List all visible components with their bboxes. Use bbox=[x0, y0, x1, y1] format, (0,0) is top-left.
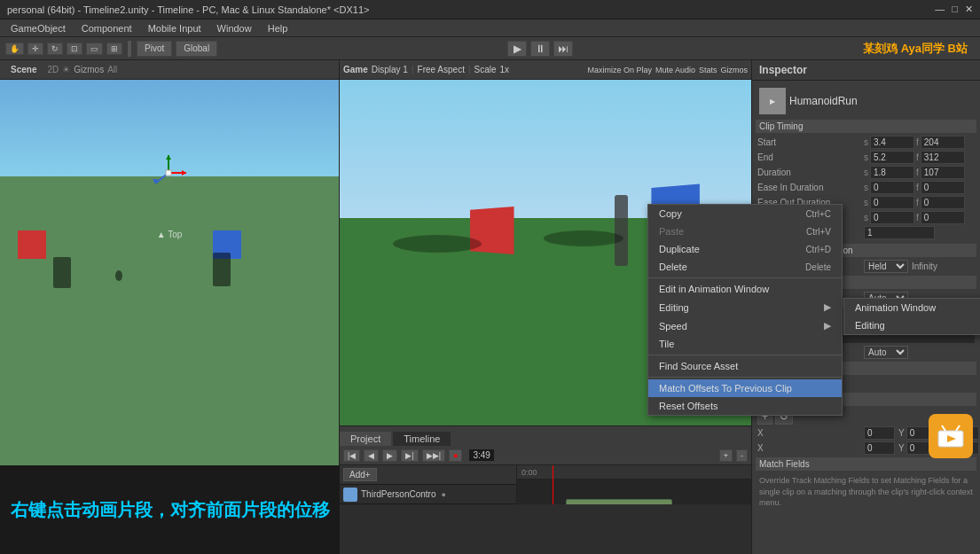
rotate-tool-btn[interactable]: ↻ bbox=[47, 43, 63, 55]
timeline-toolbar: |◀ ◀ ▶ ▶| ▶▶| ● 3:49 + - bbox=[340, 446, 751, 465]
add-track-btn[interactable]: Add+ bbox=[343, 468, 377, 481]
timeline-zoom-in[interactable]: + bbox=[719, 449, 733, 462]
menu-gameobject[interactable]: GameObject bbox=[4, 21, 73, 35]
timeline-zoom-out[interactable]: - bbox=[736, 449, 748, 462]
ctx-tile[interactable]: Tile bbox=[648, 335, 842, 353]
stats-btn[interactable]: Stats bbox=[699, 66, 717, 74]
ease-in-f-field[interactable] bbox=[921, 181, 965, 194]
duration-f-field[interactable] bbox=[921, 166, 965, 179]
subtitle-bar: 右键点击动画片段，对齐前面片段的位移 bbox=[0, 465, 340, 554]
menu-help[interactable]: Help bbox=[261, 21, 295, 35]
ctx-sep-2 bbox=[648, 355, 842, 355]
pause-btn[interactable]: ⏸ bbox=[530, 41, 550, 57]
asset-name-row: ▶ HumanoidRun bbox=[756, 84, 976, 118]
svg-marker-3 bbox=[166, 155, 171, 160]
ctx-duplicate[interactable]: Duplicate Ctrl+D bbox=[648, 240, 842, 258]
ctx-delete[interactable]: Delete Delete bbox=[648, 258, 842, 276]
global-btn[interactable]: Global bbox=[176, 41, 217, 57]
start-label: Start bbox=[757, 137, 864, 147]
ctx-find-source[interactable]: Find Source Asset bbox=[648, 357, 842, 375]
duration-row: Duration s f bbox=[756, 165, 976, 180]
ease-out-f-field[interactable] bbox=[921, 196, 965, 209]
game-tab[interactable]: Game bbox=[343, 65, 368, 74]
play-btn[interactable]: ▶ bbox=[507, 41, 527, 57]
post-extrap-select[interactable]: Held bbox=[864, 260, 908, 273]
gizmos-btn[interactable]: Gizmos bbox=[74, 65, 104, 74]
scene-tab[interactable]: Scene bbox=[4, 64, 43, 75]
clip-in-s-field[interactable] bbox=[870, 211, 914, 224]
ctx-sep-3 bbox=[648, 377, 842, 378]
menu-window[interactable]: Window bbox=[210, 21, 259, 35]
scale-tool-btn[interactable]: ⊡ bbox=[67, 43, 82, 55]
timeline-clip[interactable]: Humano... bbox=[566, 499, 672, 504]
ctx-match-offsets[interactable]: Match Offsets To Previous Clip bbox=[648, 379, 842, 397]
all-label: All bbox=[107, 65, 117, 74]
game-gizmos-btn[interactable]: Gizmos bbox=[720, 66, 748, 74]
bottom-tabs: Project Timeline bbox=[340, 426, 751, 446]
hand-tool-btn[interactable]: ✋ bbox=[5, 43, 24, 55]
clip-in-f-field[interactable] bbox=[921, 211, 965, 224]
game-toolbar: Game Display 1 | Free Aspect | Scale 1x … bbox=[340, 60, 751, 80]
start-f-field[interactable] bbox=[921, 136, 965, 149]
speed-arrow: ▶ bbox=[824, 320, 831, 332]
rx-field[interactable] bbox=[864, 441, 895, 455]
toolbar: ✋ ✛ ↻ ⊡ ▭ ⊞ Pivot Global ▶ ⏸ ⏭ 某刻鸡 Aya同学… bbox=[0, 37, 980, 60]
mute-btn[interactable]: Mute Audio bbox=[655, 66, 695, 74]
aspect-label[interactable]: Free Aspect bbox=[418, 65, 465, 74]
maximize-btn[interactable]: Maximize On Play bbox=[587, 66, 652, 74]
blend-out-select[interactable]: Auto bbox=[864, 346, 908, 359]
transform-gizmo bbox=[146, 151, 191, 199]
ctx-copy[interactable]: Copy Ctrl+C bbox=[648, 205, 842, 222]
menu-component[interactable]: Component bbox=[74, 21, 139, 35]
minimize-btn[interactable]: — bbox=[935, 4, 945, 15]
timeline-next-end[interactable]: ▶▶| bbox=[422, 449, 445, 462]
end-label: End bbox=[757, 152, 864, 162]
playhead[interactable] bbox=[553, 465, 553, 504]
pivot-btn[interactable]: Pivot bbox=[137, 41, 172, 57]
game-shadow-1 bbox=[393, 235, 482, 253]
tv-logo bbox=[929, 414, 973, 458]
character-figure bbox=[615, 195, 628, 266]
shadow-figure-2 bbox=[213, 253, 231, 286]
duration-s-field[interactable] bbox=[870, 166, 914, 179]
svg-line-9 bbox=[956, 425, 960, 431]
move-tool-btn[interactable]: ✛ bbox=[27, 43, 43, 55]
top-right-watermark: 某刻鸡 Aya同学 B站 bbox=[863, 41, 968, 57]
start-s-field[interactable] bbox=[870, 136, 914, 149]
position-label: X bbox=[757, 428, 864, 438]
timeline-record[interactable]: ● bbox=[449, 449, 462, 462]
sub-animation-window[interactable]: Animation Window bbox=[844, 299, 980, 316]
game-shadow-2 bbox=[544, 230, 623, 246]
timeline-prev-start[interactable]: |◀ bbox=[343, 449, 360, 462]
maximize-btn[interactable]: □ bbox=[952, 4, 958, 15]
menu-mobile-input[interactable]: Mobile Input bbox=[141, 21, 208, 35]
timeline-prev-frame[interactable]: ◀ bbox=[364, 449, 379, 462]
transform-tool-btn[interactable]: ⊞ bbox=[106, 43, 122, 55]
end-s-field[interactable] bbox=[870, 151, 914, 164]
timeline-time-display: 3:49 bbox=[469, 449, 493, 461]
display-label: Display 1 bbox=[372, 65, 408, 74]
timeline-track-row[interactable]: ThirdPersonContro ● bbox=[340, 485, 516, 504]
ctx-edit-animation-window[interactable]: Edit in Animation Window bbox=[648, 280, 842, 298]
tab-project[interactable]: Project bbox=[340, 432, 391, 446]
ctx-editing[interactable]: Editing ▶ Animation Window Editing bbox=[648, 298, 842, 316]
timeline-content: Add+ ThirdPersonContro ● 0:00 bbox=[340, 465, 751, 504]
ctx-paste[interactable]: Paste Ctrl+V bbox=[648, 222, 842, 240]
timeline-play[interactable]: ▶ bbox=[382, 449, 397, 462]
ctx-speed[interactable]: Speed ▶ bbox=[648, 316, 842, 335]
rect-tool-btn[interactable]: ▭ bbox=[86, 43, 103, 55]
px-field[interactable] bbox=[864, 426, 895, 440]
speed-multiplier-field[interactable] bbox=[864, 226, 935, 239]
close-btn[interactable]: ✕ bbox=[965, 4, 973, 15]
step-btn[interactable]: ⏭ bbox=[553, 41, 573, 57]
ctx-reset-offsets[interactable]: Reset Offsets bbox=[648, 397, 842, 415]
sub-editing[interactable]: Editing bbox=[844, 316, 980, 334]
tab-timeline[interactable]: Timeline bbox=[393, 432, 451, 446]
top-label: ▲ Top bbox=[157, 230, 183, 239]
timeline-next-frame[interactable]: ▶| bbox=[401, 449, 418, 462]
scale-label: Scale bbox=[474, 65, 497, 74]
asset-icon: ▶ bbox=[759, 88, 786, 114]
ease-out-s-field[interactable] bbox=[870, 196, 914, 209]
ease-in-s-field[interactable] bbox=[870, 181, 914, 194]
end-f-field[interactable] bbox=[921, 151, 965, 164]
